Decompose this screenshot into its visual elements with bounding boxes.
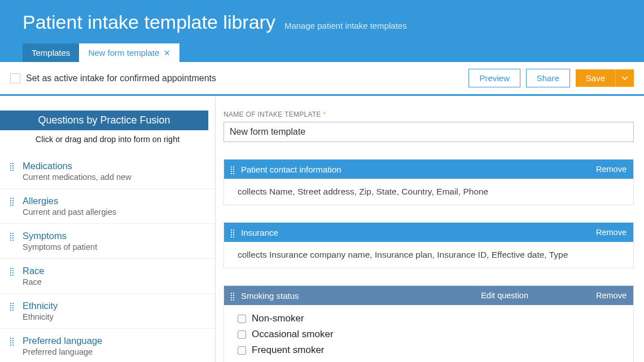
- form-section-insurance: Insurance Remove collects Insurance comp…: [224, 222, 634, 268]
- question-item-medications[interactable]: Medications Current medications, add new: [0, 154, 215, 189]
- page-subtitle: Manage patient intake templates: [284, 21, 407, 30]
- question-item-race[interactable]: Race Race: [0, 259, 215, 294]
- drag-handle-icon[interactable]: [231, 166, 235, 174]
- form-section-smoking: Smoking status Edit question Remove Non-…: [224, 285, 634, 362]
- question-subtitle: Current and past allergies: [23, 208, 116, 217]
- app-header: Patient intake template library Manage p…: [0, 0, 644, 62]
- drag-handle-icon[interactable]: [10, 268, 15, 276]
- drag-handle-icon[interactable]: [10, 163, 15, 171]
- option-label: Frequent smoker: [252, 345, 325, 356]
- save-dropdown-button[interactable]: [615, 69, 634, 87]
- edit-question-button[interactable]: Edit question: [481, 291, 528, 300]
- set-active-checkbox[interactable]: [10, 73, 20, 83]
- question-title: Medications: [23, 161, 132, 171]
- section-description: collects Insurance company name, Insuran…: [224, 242, 633, 268]
- form-section-contact: Patient contact information Remove colle…: [224, 159, 634, 205]
- question-subtitle: Current medications, add new: [23, 173, 132, 182]
- template-name-input[interactable]: [224, 122, 634, 142]
- option-label: Occasional smoker: [252, 329, 334, 340]
- chevron-down-icon: [621, 76, 628, 81]
- page-title: Patient intake template library: [23, 11, 275, 33]
- question-title: Race: [23, 266, 45, 276]
- question-subtitle: Preferred language: [23, 347, 102, 356]
- drag-handle-icon[interactable]: [10, 338, 15, 346]
- tab-label: New form template: [88, 48, 159, 58]
- save-button[interactable]: Save: [576, 69, 615, 87]
- question-title: Preferred language: [23, 335, 102, 346]
- option-row: Frequent smoker: [238, 345, 620, 356]
- drag-handle-icon[interactable]: [231, 229, 235, 237]
- share-button[interactable]: Share: [526, 69, 570, 87]
- set-active-label: Set as active intake for confirmed appoi…: [26, 73, 216, 83]
- toolbar: Set as active intake for confirmed appoi…: [0, 62, 644, 96]
- tab-current-template[interactable]: New form template ✕: [79, 43, 179, 62]
- option-checkbox[interactable]: [238, 315, 246, 323]
- option-label: Non-smoker: [252, 313, 304, 324]
- question-item-preferred-language[interactable]: Preferred language Preferred language: [0, 329, 215, 362]
- question-title: Symptoms: [23, 231, 97, 241]
- section-title: Insurance: [241, 228, 278, 237]
- option-row: Occasional smoker: [238, 329, 620, 340]
- drag-handle-icon[interactable]: [10, 303, 15, 311]
- drag-handle-icon[interactable]: [10, 233, 15, 241]
- remove-section-button[interactable]: Remove: [596, 291, 627, 300]
- remove-section-button[interactable]: Remove: [596, 165, 627, 174]
- preview-button[interactable]: Preview: [468, 69, 520, 87]
- question-title: Allergies: [23, 196, 116, 206]
- section-title: Smoking status: [241, 291, 299, 301]
- form-builder-main: NAME OF INTAKE TEMPLATE * Patient contac…: [216, 96, 644, 362]
- section-description: collects Name, Street address, Zip, Stat…: [224, 179, 633, 205]
- remove-section-button[interactable]: Remove: [596, 228, 627, 237]
- question-item-allergies[interactable]: Allergies Current and past allergies: [0, 189, 215, 224]
- question-item-ethnicity[interactable]: Ethnicity Ethnicity: [0, 294, 215, 329]
- question-title: Ethnicity: [23, 301, 58, 311]
- option-checkbox[interactable]: [238, 346, 246, 355]
- sidebar-heading: Questions by Practice Fusion: [0, 111, 208, 130]
- option-row: Non-smoker: [238, 313, 620, 324]
- drag-handle-icon[interactable]: [231, 293, 235, 301]
- question-library-sidebar: Questions by Practice Fusion Click or dr…: [0, 96, 216, 362]
- tab-bar: Templates New form template ✕: [23, 43, 621, 62]
- tab-templates[interactable]: Templates: [23, 43, 79, 62]
- option-checkbox[interactable]: [238, 330, 246, 339]
- question-subtitle: Race: [23, 277, 45, 286]
- question-subtitle: Ethnicity: [23, 312, 58, 321]
- sidebar-hint: Click or drag and drop into form on righ…: [0, 135, 215, 154]
- required-indicator: *: [323, 111, 326, 118]
- section-title: Patient contact information: [241, 165, 341, 174]
- close-icon[interactable]: ✕: [164, 48, 170, 58]
- question-subtitle: Symptoms of patient: [23, 242, 97, 251]
- question-item-symptoms[interactable]: Symptoms Symptoms of patient: [0, 224, 215, 259]
- template-name-label: NAME OF INTAKE TEMPLATE *: [224, 111, 634, 118]
- drag-handle-icon[interactable]: [10, 198, 15, 206]
